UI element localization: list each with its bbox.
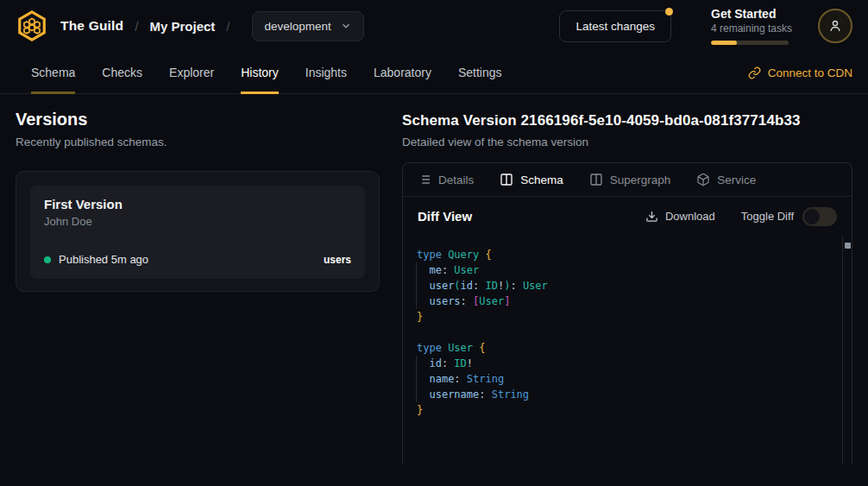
diff-view-toolbar: Diff View Download Toggle Diff	[403, 197, 852, 236]
detail-tab-service[interactable]: Service	[696, 173, 756, 186]
latest-changes-button[interactable]: Latest changes	[559, 10, 671, 42]
download-icon	[645, 210, 658, 223]
hive-logo-icon[interactable]	[16, 9, 48, 42]
tab-checks[interactable]: Checks	[102, 52, 142, 93]
published-status-dot	[44, 256, 51, 263]
latest-changes-label: Latest changes	[576, 20, 655, 33]
columns-icon	[589, 173, 603, 186]
tab-insights[interactable]: Insights	[305, 52, 347, 93]
tab-explorer[interactable]: Explorer	[169, 52, 214, 93]
main-nav: Schema Checks Explorer History Insights …	[0, 52, 868, 94]
tab-laboratory[interactable]: Laboratory	[374, 52, 431, 93]
version-author: John Doe	[44, 215, 351, 228]
version-name: First Version	[44, 197, 351, 211]
versions-subtitle: Recently published schemas.	[16, 136, 380, 148]
connect-to-cdn-label: Connect to CDN	[768, 66, 852, 79]
detail-tab-details[interactable]: Details	[418, 173, 474, 186]
user-avatar[interactable]	[818, 9, 852, 43]
schema-version-subtitle: Detailed view of the schema version	[402, 136, 852, 148]
get-started-subtitle: 4 remaining tasks	[711, 22, 794, 35]
versions-list-card: First Version John Doe Published 5m ago …	[16, 171, 380, 292]
download-button[interactable]: Download	[645, 210, 715, 223]
versions-title: Versions	[16, 110, 380, 129]
columns-icon	[500, 173, 513, 186]
tab-history[interactable]: History	[241, 52, 279, 93]
sdl-code-viewer[interactable]: type Query { me: User user(id: ID!): Use…	[403, 236, 852, 464]
breadcrumb-separator: /	[226, 19, 230, 34]
toggle-diff-switch[interactable]	[802, 207, 837, 226]
detail-tab-schema[interactable]: Schema	[500, 173, 563, 186]
detail-tab-supergraph[interactable]: Supergraph	[589, 173, 671, 186]
breadcrumb-project[interactable]: My Project	[149, 19, 215, 34]
top-header: The Guild / My Project / development Lat…	[0, 0, 868, 52]
versions-panel: Versions Recently published schemas. Fir…	[16, 94, 380, 464]
user-icon	[827, 18, 843, 34]
cube-icon	[696, 173, 710, 186]
get-started-progress-bar	[711, 41, 789, 45]
environment-selector[interactable]: development	[252, 11, 363, 41]
chevron-down-icon	[340, 20, 352, 32]
schema-detail-card: Details Schema Supergraph	[402, 162, 852, 464]
code-scrollbar[interactable]	[842, 236, 852, 464]
detail-tab-label: Supergraph	[610, 174, 671, 186]
detail-tab-bar: Details Schema Supergraph	[403, 163, 852, 197]
main-content: Versions Recently published schemas. Fir…	[0, 94, 868, 464]
diff-view-title: Diff View	[418, 209, 472, 224]
get-started-widget[interactable]: Get Started 4 remaining tasks	[711, 7, 794, 45]
detail-tab-label: Details	[438, 174, 474, 186]
code-block: type Query { me: User user(id: ID!): Use…	[417, 247, 838, 418]
toggle-diff-knob	[804, 209, 820, 224]
detail-tab-label: Schema	[520, 174, 563, 186]
indent-guide	[416, 262, 417, 309]
breadcrumb-org[interactable]: The Guild	[60, 18, 123, 34]
connect-to-cdn-button[interactable]: Connect to CDN	[748, 52, 852, 93]
schema-version-title: Schema Version 2166196f-5e10-4059-bd0a-0…	[402, 112, 852, 129]
link-icon	[748, 66, 761, 79]
get-started-title: Get Started	[711, 7, 794, 21]
notification-dot	[665, 8, 673, 16]
get-started-progress-fill	[711, 41, 737, 45]
detail-tab-label: Service	[717, 174, 756, 186]
list-icon	[418, 173, 431, 186]
download-label: Download	[665, 210, 715, 223]
tab-schema[interactable]: Schema	[31, 52, 75, 93]
toggle-diff-label: Toggle Diff	[741, 210, 794, 223]
version-list-item[interactable]: First Version John Doe Published 5m ago …	[30, 186, 365, 279]
indent-guide	[416, 356, 417, 402]
version-status: Published 5m ago	[59, 253, 148, 266]
version-detail-panel: Schema Version 2166196f-5e10-4059-bd0a-0…	[402, 94, 852, 464]
environment-selector-value: development	[264, 20, 330, 33]
tab-settings[interactable]: Settings	[458, 52, 502, 93]
version-service-badge: users	[324, 254, 351, 266]
code-scrollbar-thumb[interactable]	[845, 243, 851, 249]
breadcrumb-separator: /	[135, 19, 138, 34]
